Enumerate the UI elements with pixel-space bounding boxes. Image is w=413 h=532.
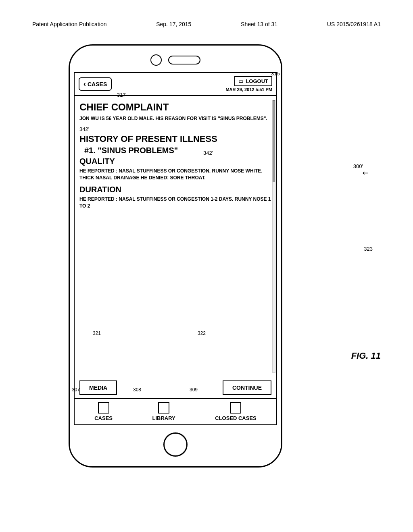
patent-sheet: Sheet 13 of 31 — [241, 21, 277, 27]
cases-back-button[interactable]: CASES — [79, 77, 112, 91]
scroll-content: CHIEF COMPLAINT JON WU IS 56 YEAR OLD MA… — [75, 96, 276, 377]
fig-label: FIG. 11 — [351, 351, 381, 361]
cases-back-label: CASES — [88, 81, 107, 87]
logout-icon: ▭ — [238, 78, 243, 84]
patent-date: Sep. 17, 2015 — [156, 21, 191, 27]
duration-title: DURATION — [79, 185, 271, 194]
problem-number: #1. "SINUS PROBLEMS" — [84, 146, 271, 155]
speaker-pill — [168, 56, 200, 64]
ref-321-outside: 321 — [93, 330, 101, 336]
duration-body: HE REPORTED : NASAL STUFFINESS OR CONGES… — [79, 196, 271, 210]
history-title: HISTORY OF PRESENT ILLNESS — [79, 134, 271, 144]
closed-cases-tab-icon — [230, 402, 241, 414]
action-buttons-row: MEDIA CONTINUE — [75, 377, 276, 398]
cases-tab-icon — [98, 402, 109, 414]
tab-library[interactable]: LIBRARY — [152, 402, 175, 421]
ref-342: 342' — [79, 126, 271, 132]
library-tab-label: LIBRARY — [152, 415, 175, 421]
nav-date: MAR 29, 2012 5:51 PM — [225, 87, 272, 92]
closed-cases-tab-label: CLOSED CASES — [215, 415, 257, 421]
tab-closed-cases[interactable]: CLOSED CASES — [215, 402, 257, 421]
camera-circle — [150, 54, 162, 66]
media-button[interactable]: MEDIA — [79, 380, 117, 395]
ref-323-label: 323 — [364, 246, 373, 252]
patent-header: Patent Application Publication Sep. 17, … — [32, 21, 381, 27]
patent-left-text: Patent Application Publication — [32, 21, 106, 27]
ref-342-outside: 342' — [203, 150, 213, 156]
logout-label: LOGOUT — [246, 78, 268, 84]
nav-right: ▭ LOGOUT MAR 29, 2012 5:51 PM — [225, 76, 272, 92]
nav-bar: CASES ▭ LOGOUT MAR 29, 2012 5:51 PM — [75, 73, 276, 96]
cases-tab-label: CASES — [94, 415, 113, 421]
chief-complaint-body: JON WU IS 56 YEAR OLD MALE. HIS REASON F… — [79, 115, 271, 122]
patent-number: US 2015/0261918 A1 — [327, 21, 381, 27]
ref-308-label: 308 — [133, 387, 141, 393]
tab-bar: CASES LIBRARY CLOSED CASES — [75, 398, 276, 424]
tab-cases[interactable]: CASES — [94, 402, 113, 421]
phone-screen: CASES ▭ LOGOUT MAR 29, 2012 5:51 PM CHIE… — [74, 72, 277, 425]
logout-button[interactable]: ▭ LOGOUT — [234, 76, 272, 86]
ref-300-label: 300' — [353, 163, 363, 169]
ref-322-outside: 322 — [198, 330, 206, 336]
phone-top-bar — [70, 46, 281, 72]
ref-309-label: 309 — [190, 387, 198, 393]
phone-device: CASES ▭ LOGOUT MAR 29, 2012 5:51 PM CHIE… — [69, 44, 282, 468]
ref-307-label: 307 — [72, 387, 80, 393]
phone-bottom — [163, 425, 188, 466]
ref-317-label: 317 — [117, 92, 126, 98]
chief-complaint-title: CHIEF COMPLAINT — [79, 102, 271, 113]
quality-body: HE REPORTED : NASAL STUFFINESS OR CONGES… — [79, 168, 271, 181]
continue-button[interactable]: CONTINUE — [223, 380, 271, 395]
scrollbar-thumb — [273, 100, 275, 182]
quality-title: QUALITY — [79, 157, 271, 166]
scrollbar[interactable] — [272, 100, 275, 373]
library-tab-icon — [158, 402, 169, 414]
home-button[interactable] — [163, 432, 188, 457]
ref-315-label: 315 — [271, 71, 280, 77]
